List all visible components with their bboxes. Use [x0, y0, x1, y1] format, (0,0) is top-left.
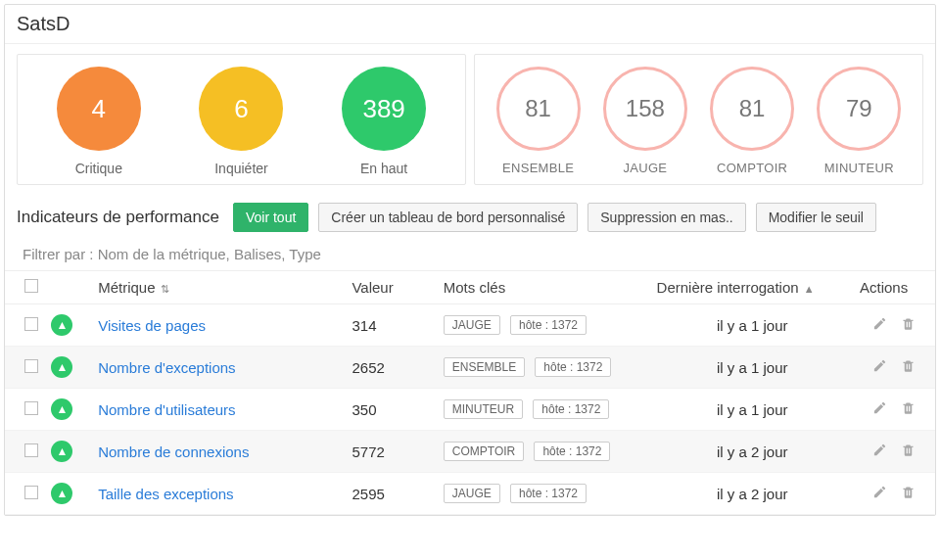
type-stat[interactable]: 81COMPTOIR [710, 67, 794, 175]
bulk-delete-button[interactable]: Suppression en mas.. [588, 203, 745, 232]
status-circle: 389 [342, 67, 426, 151]
edit-icon[interactable] [872, 400, 887, 419]
type-label: MINUTEUR [824, 161, 894, 175]
table-row: ▲ Visites de pages 314 JAUGE hôte : 1372… [5, 304, 935, 347]
type-stat[interactable]: 81ENSEMBLE [496, 67, 581, 175]
row-checkbox[interactable] [24, 443, 38, 457]
summary-panels: 4Critique6Inquiéter389En haut 81ENSEMBLE… [5, 44, 935, 195]
page-title: SatsD [5, 5, 935, 44]
metric-link[interactable]: Nombre d'utilisateurs [98, 401, 235, 418]
metric-value: 2595 [346, 473, 437, 515]
status-up-icon: ▲ [51, 483, 72, 504]
edit-icon[interactable] [872, 443, 887, 461]
delete-icon[interactable] [901, 400, 916, 419]
header-last[interactable]: Dernière interrogation ▲ [651, 271, 854, 304]
type-tag[interactable]: JAUGE [444, 315, 500, 335]
edit-icon[interactable] [872, 316, 887, 335]
metric-value: 314 [346, 304, 437, 347]
status-up-icon: ▲ [51, 398, 72, 420]
header-tags[interactable]: Mots clés [438, 271, 651, 304]
row-checkbox[interactable] [24, 486, 38, 499]
type-circle: 81 [710, 67, 794, 151]
host-tag[interactable]: hôte : 1372 [534, 442, 610, 461]
status-panel: 4Critique6Inquiéter389En haut [17, 54, 466, 185]
metric-value: 5772 [346, 431, 437, 473]
type-tag[interactable]: COMPTOIR [444, 442, 524, 461]
status-circle: 4 [57, 67, 141, 151]
host-tag[interactable]: hôte : 1372 [510, 484, 587, 503]
type-tag[interactable]: MINUTEUR [444, 399, 523, 419]
type-label: JAUGE [623, 161, 667, 175]
last-polled: il y a 2 jour [651, 473, 854, 515]
delete-icon[interactable] [901, 358, 916, 377]
edit-icon[interactable] [872, 485, 887, 503]
status-circle: 6 [199, 67, 283, 151]
metric-value: 350 [346, 389, 437, 431]
status-up-icon: ▲ [51, 314, 72, 336]
type-panel: 81ENSEMBLE158JAUGE81COMPTOIR79MINUTEUR [474, 54, 923, 185]
view-all-button[interactable]: Voir tout [233, 203, 308, 232]
row-checkbox[interactable] [24, 401, 38, 415]
select-all-checkbox[interactable] [24, 279, 38, 293]
type-stat[interactable]: 158JAUGE [603, 67, 687, 175]
status-stat[interactable]: 4Critique [57, 67, 141, 176]
status-label: Critique [75, 161, 122, 176]
type-tag[interactable]: JAUGE [444, 484, 500, 503]
filter-hint[interactable]: Filtrer par : Nom de la métrique, Balise… [5, 240, 935, 270]
status-label: En haut [360, 161, 407, 176]
status-up-icon: ▲ [51, 441, 72, 462]
toolbar-title: Indicateurs de performance [17, 208, 219, 227]
delete-icon[interactable] [901, 485, 916, 503]
type-label: ENSEMBLE [502, 161, 574, 175]
toolbar: Indicateurs de performance Voir tout Cré… [5, 195, 935, 240]
row-checkbox[interactable] [24, 359, 38, 373]
type-circle: 81 [496, 67, 581, 151]
table-row: ▲ Taille des exceptions 2595 JAUGE hôte … [5, 473, 935, 515]
type-circle: 79 [817, 67, 901, 151]
create-dashboard-button[interactable]: Créer un tableau de bord personnalisé [318, 203, 578, 232]
status-stat[interactable]: 6Inquiéter [199, 67, 283, 176]
table-row: ▲ Nombre d'utilisateurs 350 MINUTEUR hôt… [5, 389, 935, 431]
metric-link[interactable]: Nombre de connexions [98, 443, 249, 460]
host-tag[interactable]: hôte : 1372 [535, 357, 611, 377]
table-row: ▲ Nombre d'exceptions 2652 ENSEMBLE hôte… [5, 347, 935, 389]
sort-icon: ⇅ [158, 283, 169, 295]
sort-asc-icon: ▲ [801, 283, 815, 295]
last-polled: il y a 2 jour [651, 431, 854, 473]
host-tag[interactable]: hôte : 1372 [533, 399, 609, 419]
status-stat[interactable]: 389En haut [342, 67, 426, 176]
type-circle: 158 [603, 67, 687, 151]
delete-icon[interactable] [901, 443, 916, 461]
metric-link[interactable]: Nombre d'exceptions [98, 359, 235, 376]
last-polled: il y a 1 jour [651, 347, 854, 389]
header-actions: Actions [854, 271, 935, 304]
header-value[interactable]: Valeur [346, 271, 437, 304]
row-checkbox[interactable] [24, 317, 38, 331]
metric-link[interactable]: Visites de pages [98, 317, 206, 334]
metric-value: 2652 [346, 347, 437, 389]
header-metric[interactable]: Métrique ⇅ [92, 271, 346, 304]
table-row: ▲ Nombre de connexions 5772 COMPTOIR hôt… [5, 431, 935, 473]
type-label: COMPTOIR [717, 161, 787, 175]
metric-link[interactable]: Taille des exceptions [98, 486, 233, 502]
delete-icon[interactable] [901, 316, 916, 335]
metrics-table: Métrique ⇅ Valeur Mots clés Dernière int… [5, 270, 935, 515]
last-polled: il y a 1 jour [651, 389, 854, 431]
app-frame: SatsD 4Critique6Inquiéter389En haut 81EN… [4, 4, 936, 516]
status-up-icon: ▲ [51, 356, 72, 378]
status-label: Inquiéter [214, 161, 267, 176]
edit-icon[interactable] [872, 358, 887, 377]
type-tag[interactable]: ENSEMBLE [444, 357, 525, 377]
edit-threshold-button[interactable]: Modifier le seuil [756, 203, 876, 232]
type-stat[interactable]: 79MINUTEUR [817, 67, 901, 175]
last-polled: il y a 1 jour [651, 304, 854, 347]
host-tag[interactable]: hôte : 1372 [510, 315, 587, 335]
